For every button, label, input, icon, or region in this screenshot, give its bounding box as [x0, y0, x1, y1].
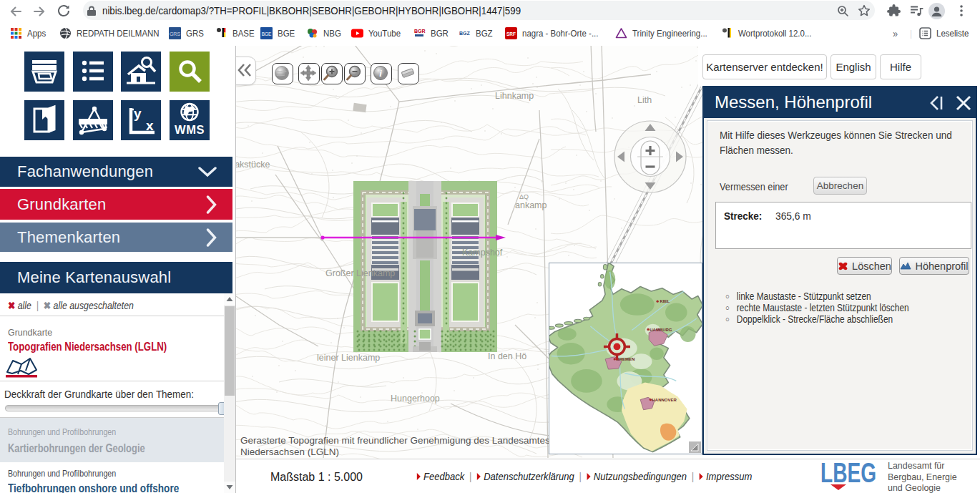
svg-text:ΔQ: ΔQ — [519, 193, 529, 200]
svg-text:Kampshof: Kampshof — [462, 248, 503, 258]
svg-text:In den Hö: In den Hö — [488, 351, 526, 361]
svg-text:rakstücke: rakstücke — [236, 160, 270, 170]
svg-text:Niedersachsen (LGLN): Niedersachsen (LGLN) — [240, 446, 339, 457]
svg-text:Lith: Lith — [637, 95, 652, 105]
svg-text:Lihnkamp: Lihnkamp — [495, 91, 534, 101]
svg-text:i: i — [379, 68, 382, 79]
svg-text:Hungerhoop: Hungerhoop — [391, 394, 440, 404]
svg-text:Großer Lienkamp: Großer Lienkamp — [325, 268, 395, 278]
svg-text:HAMBURG: HAMBURG — [650, 328, 672, 332]
svg-text:WMS: WMS — [175, 123, 205, 136]
svg-text:BREMEN: BREMEN — [616, 357, 634, 361]
svg-text:leiner Lienkamp: leiner Lienkamp — [317, 353, 380, 363]
svg-text:SRF: SRF — [506, 31, 516, 36]
svg-text:ankamp: ankamp — [515, 200, 547, 210]
svg-text:x: x — [146, 118, 154, 133]
svg-text:HANNOVER: HANNOVER — [652, 398, 677, 402]
svg-text:LBEG: LBEG — [820, 460, 876, 488]
svg-text:y: y — [134, 106, 142, 121]
svg-text:KIEL: KIEL — [660, 299, 670, 303]
